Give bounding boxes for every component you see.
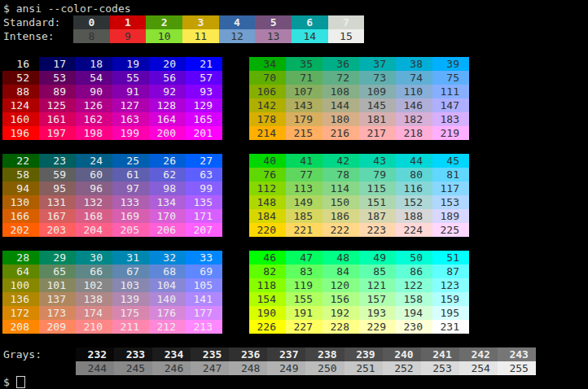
color-cell-121: 121	[359, 278, 396, 292]
color-cell-41: 41	[286, 154, 323, 168]
color-cell-197: 197	[39, 126, 76, 140]
color-cell-183: 183	[432, 112, 469, 126]
color-cell-98: 98	[149, 181, 186, 195]
color-cell-244: 244	[76, 361, 114, 375]
color-cell-24: 24	[76, 154, 112, 168]
color-cell-209: 209	[39, 320, 76, 334]
color-cell-133: 133	[112, 195, 149, 209]
color-cell-35: 35	[286, 57, 323, 71]
color-cell-61: 61	[112, 168, 149, 181]
color-cell-104: 104	[149, 278, 186, 292]
color-cell-198: 198	[76, 126, 112, 140]
color-cell-44: 44	[396, 154, 432, 168]
color-cell-115: 115	[359, 181, 396, 195]
palette-row: 464748495051	[249, 251, 469, 264]
color-cell-63: 63	[186, 168, 222, 181]
color-cube-block-1-left: 1617181920215253545556578889909192931241…	[2, 57, 222, 140]
color-cell-240: 240	[383, 347, 421, 361]
color-cell-58: 58	[2, 168, 39, 181]
color-cell-100: 100	[2, 278, 39, 292]
color-cell-12: 12	[219, 29, 256, 43]
color-cell-212: 212	[149, 320, 186, 334]
color-cell-236: 236	[229, 347, 267, 361]
color-cell-62: 62	[149, 168, 186, 181]
color-cell-173: 173	[39, 306, 76, 320]
color-cell-52: 52	[2, 71, 39, 85]
color-cell-203: 203	[39, 223, 76, 237]
color-cell-242: 242	[459, 347, 498, 361]
color-cell-220: 220	[249, 223, 286, 237]
color-cell-69: 69	[186, 264, 222, 278]
color-cell-92: 92	[149, 85, 186, 98]
palette-row: 707172737475	[249, 71, 469, 85]
color-cell-218: 218	[396, 126, 432, 140]
color-cell-144: 144	[323, 98, 359, 112]
color-cell-88: 88	[2, 85, 39, 98]
color-cell-37: 37	[359, 57, 396, 71]
color-cell-135: 135	[186, 195, 222, 209]
color-cell-188: 188	[396, 209, 432, 223]
color-cell-59: 59	[39, 168, 76, 181]
color-cell-79: 79	[359, 168, 396, 181]
color-cell-228: 228	[323, 320, 359, 334]
color-cell-2: 2	[146, 15, 182, 29]
color-cell-147: 147	[432, 98, 469, 112]
palette-row: 148149150151152153	[249, 195, 469, 209]
color-cell-141: 141	[186, 292, 222, 306]
palette-row: 166167168169170171	[2, 209, 222, 223]
color-cell-91: 91	[112, 85, 149, 98]
palette-row: 100101102103104105	[2, 278, 222, 292]
color-cell-126: 126	[76, 98, 112, 112]
color-cell-160: 160	[2, 112, 39, 126]
color-cell-73: 73	[359, 71, 396, 85]
color-cell-130: 130	[2, 195, 39, 209]
color-cell-106: 106	[249, 85, 286, 98]
color-cell-189: 189	[432, 209, 469, 223]
color-cell-14: 14	[292, 29, 328, 43]
palette-row: 404142434445	[249, 154, 469, 168]
color-cell-227: 227	[286, 320, 323, 334]
color-cell-125: 125	[39, 98, 76, 112]
color-cell-131: 131	[39, 195, 76, 209]
color-cell-39: 39	[432, 57, 469, 71]
color-cell-75: 75	[432, 71, 469, 85]
palette-row: 828384858687	[249, 264, 469, 278]
color-cell-191: 191	[286, 306, 323, 320]
color-cell-77: 77	[286, 168, 323, 181]
color-cube-block-1-right: 3435363738397071727374751061071081091101…	[249, 57, 469, 140]
color-cell-222: 222	[323, 223, 359, 237]
color-cell-96: 96	[76, 181, 112, 195]
color-cell-51: 51	[432, 251, 469, 264]
palette-row: 154155156157158159	[249, 292, 469, 306]
palette-row: 525354555657	[2, 71, 222, 85]
color-cell-57: 57	[186, 71, 222, 85]
intense-row-label: Intense:	[3, 29, 55, 43]
terminal-screen[interactable]: $ ansi --color-codes Standard: 01234567 …	[0, 0, 588, 389]
color-cell-199: 199	[112, 126, 149, 140]
color-cell-154: 154	[249, 292, 286, 306]
command-line: $ ansi --color-codes	[3, 2, 131, 15]
color-cell-171: 171	[186, 209, 222, 223]
color-cell-134: 134	[149, 195, 186, 209]
color-cell-54: 54	[76, 71, 112, 85]
color-cell-22: 22	[2, 154, 39, 168]
color-cell-145: 145	[359, 98, 396, 112]
color-cell-237: 237	[267, 347, 305, 361]
color-cell-68: 68	[149, 264, 186, 278]
color-cell-38: 38	[396, 57, 432, 71]
color-cell-23: 23	[39, 154, 76, 168]
color-cell-95: 95	[39, 181, 76, 195]
color-cell-6: 6	[292, 15, 328, 29]
color-cell-56: 56	[149, 71, 186, 85]
palette-row: 214215216217218219	[249, 126, 469, 140]
color-cell-155: 155	[286, 292, 323, 306]
color-cell-124: 124	[2, 98, 39, 112]
color-cell-142: 142	[249, 98, 286, 112]
intense-color-row: 89101112131415	[73, 29, 364, 43]
shell-prompt: $	[3, 375, 10, 389]
palette-row: 106107108109110111	[249, 85, 469, 98]
color-cell-74: 74	[396, 71, 432, 85]
color-cell-136: 136	[2, 292, 39, 306]
color-cell-1: 1	[110, 15, 147, 29]
palette-row: 130131132133134135	[2, 195, 222, 209]
